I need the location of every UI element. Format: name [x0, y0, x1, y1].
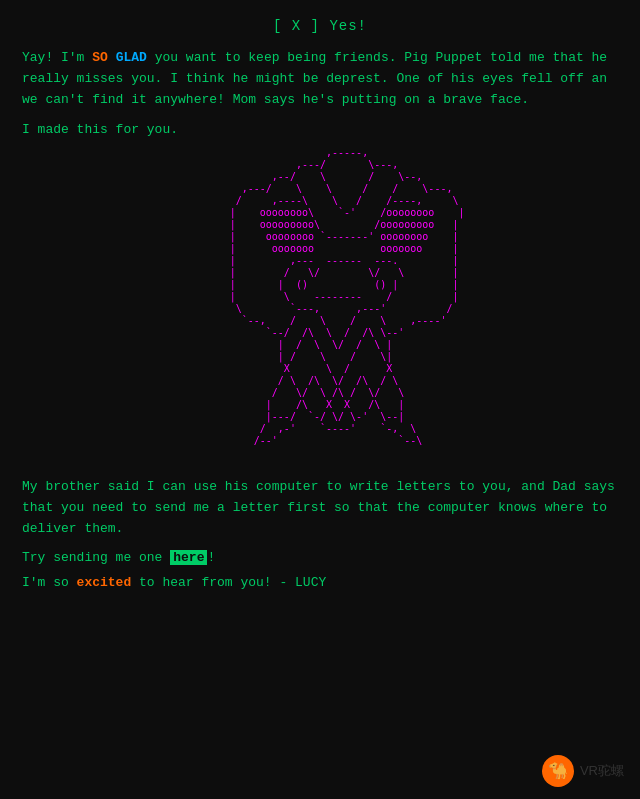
watermark-icon: 🐪	[542, 755, 574, 787]
watermark: 🐪 VR驼螺	[542, 755, 624, 787]
highlight-so: SO	[92, 50, 108, 65]
page-container: [ X ] Yes! Yay! I'm SO GLAD you want to …	[0, 0, 640, 799]
paragraph-3: My brother said I can use his computer t…	[22, 477, 618, 539]
ascii-art: ,-----, ,---/ \---, ,--/ \ / \--, ,---/ …	[176, 147, 465, 459]
header-title: [ X ] Yes!	[22, 18, 618, 34]
ascii-art-section: ,-----, ,---/ \---, ,--/ \ / \--, ,---/ …	[22, 147, 618, 461]
paragraph-2: I made this for you.	[22, 122, 618, 137]
paragraph-1: Yay! I'm SO GLAD you want to keep being …	[22, 48, 618, 110]
highlight-excited: excited	[77, 575, 132, 590]
here-link[interactable]: here	[170, 550, 207, 565]
paragraph-4: Try sending me one here!	[22, 550, 618, 565]
highlight-glad: GLAD	[116, 50, 147, 65]
signature: I'm so excited to hear from you! - LUCY	[22, 575, 618, 590]
watermark-label: VR驼螺	[580, 762, 624, 780]
